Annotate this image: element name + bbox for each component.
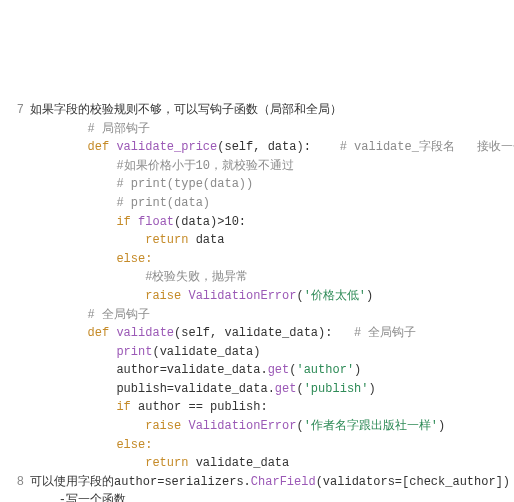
string: '作者名字跟出版社一样'	[304, 419, 438, 433]
kw-else: else:	[116, 252, 152, 266]
gutter	[10, 491, 24, 502]
kw-def: def	[88, 140, 110, 154]
gutter	[10, 324, 24, 343]
args: (self, data):	[217, 140, 311, 154]
gutter	[10, 138, 24, 157]
gutter	[10, 361, 24, 380]
gutter	[10, 250, 24, 269]
line-number: 8	[10, 473, 24, 492]
gutter	[10, 398, 24, 417]
class: ValidationError	[188, 289, 296, 303]
gutter	[10, 120, 24, 139]
gutter	[10, 268, 24, 287]
fn-call: float	[138, 215, 174, 229]
string: 'author'	[296, 363, 354, 377]
expr: (data)>10:	[174, 215, 246, 229]
text: -写一个函数	[59, 493, 126, 502]
gutter	[10, 343, 24, 362]
gutter	[10, 175, 24, 194]
fn-call: CharField	[251, 475, 316, 489]
fn-call: get	[275, 382, 297, 396]
ident: validate_data	[196, 456, 290, 470]
expr: author=validate_data.	[116, 363, 267, 377]
kw-return: return	[145, 456, 188, 470]
text: (validators=[check_author]) ，来校验	[316, 475, 514, 489]
fn-call: print	[116, 345, 152, 359]
gutter	[10, 436, 24, 455]
expr: author == publish:	[138, 400, 268, 414]
comment: # 全局钩子	[88, 308, 150, 322]
fn-call: get	[268, 363, 290, 377]
code-block: 7如果字段的校验规则不够，可以写钩子函数（局部和全局） # 局部钩子 def v…	[10, 82, 504, 502]
comment: # print(data)	[116, 196, 210, 210]
kw-raise: raise	[145, 419, 181, 433]
text: 可以使用字段的author=serializers.	[30, 475, 251, 489]
gutter	[10, 157, 24, 176]
gutter	[10, 194, 24, 213]
kw-raise: raise	[145, 289, 181, 303]
gutter	[10, 213, 24, 232]
comment: #如果价格小于10，就校验不通过	[116, 159, 294, 173]
paren: )	[366, 289, 373, 303]
line-number: 7	[10, 101, 24, 120]
class: ValidationError	[188, 419, 296, 433]
gutter	[10, 306, 24, 325]
kw-else: else:	[116, 438, 152, 452]
comment: # print(type(data))	[116, 177, 253, 191]
text: 如果字段的校验规则不够，可以写钩子函数（局部和全局）	[30, 103, 342, 117]
kw-def: def	[88, 326, 110, 340]
comment: #校验失败，抛异常	[145, 270, 248, 284]
comment: # validate_字段名 接收一个参数	[340, 140, 514, 154]
string: 'publish'	[304, 382, 369, 396]
kw-return: return	[145, 233, 188, 247]
args: (self, validate_data):	[174, 326, 332, 340]
ident: data	[196, 233, 225, 247]
fn-name: validate	[116, 326, 174, 340]
gutter	[10, 231, 24, 250]
string: '价格太低'	[304, 289, 366, 303]
kw-if: if	[116, 400, 130, 414]
gutter	[10, 454, 24, 473]
gutter	[10, 287, 24, 306]
comment: # 全局钩子	[354, 326, 416, 340]
kw-if: if	[116, 215, 130, 229]
gutter	[10, 380, 24, 399]
fn-name: validate_price	[116, 140, 217, 154]
gutter	[10, 417, 24, 436]
comment: # 局部钩子	[88, 122, 150, 136]
paren: (	[296, 289, 303, 303]
args: (validate_data)	[152, 345, 260, 359]
expr: publish=validate_data.	[116, 382, 274, 396]
